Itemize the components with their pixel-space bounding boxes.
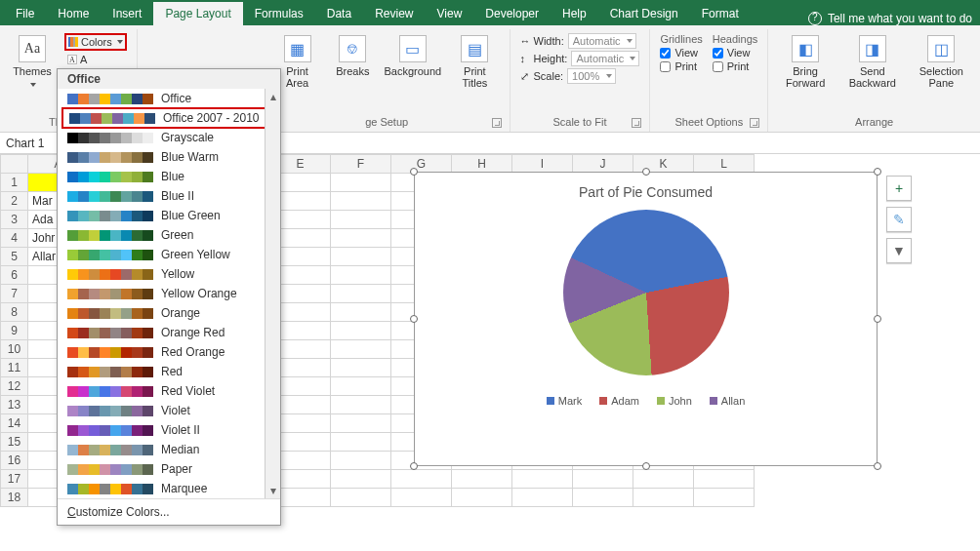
customize-colors-item[interactable]: Customize Colors... [58,498,280,525]
background-button[interactable]: ▭Background [385,31,440,81]
cell[interactable] [391,470,452,489]
tab-chart-design[interactable]: Chart Design [598,2,690,25]
color-theme-item[interactable]: Red Violet [58,381,280,401]
cell[interactable] [331,248,391,266]
cell[interactable] [331,414,391,433]
chart-legend[interactable]: MarkAdamJohnAllan [415,395,877,407]
cell[interactable] [331,340,391,359]
cell[interactable] [391,489,452,507]
cell[interactable] [331,211,391,229]
color-theme-item[interactable]: Marquee [58,479,280,498]
tab-home[interactable]: Home [46,2,101,25]
row-header[interactable]: 3 [1,211,28,229]
cell[interactable] [573,489,633,507]
legend-item[interactable]: Mark [547,395,582,407]
col-header[interactable]: L [694,155,755,174]
row-header[interactable]: 18 [1,489,28,507]
cell[interactable] [633,470,694,489]
col-header[interactable]: J [573,155,633,174]
tell-me-box[interactable]: Tell me what you want to do [800,12,980,25]
tab-data[interactable]: Data [315,2,363,25]
resize-handle[interactable] [874,168,881,176]
row-header[interactable]: 10 [1,340,28,359]
col-header[interactable]: H [452,155,512,174]
cell[interactable] [694,489,755,507]
color-theme-item[interactable]: Blue [58,167,280,186]
chart-styles-button[interactable]: ✎ [886,207,912,232]
chart-title[interactable]: Part of Pie Consumed [415,173,877,204]
resize-handle[interactable] [874,462,881,470]
gridlines-view-check[interactable] [660,48,671,59]
cell[interactable] [331,266,391,285]
row-header[interactable]: 9 [1,322,28,340]
bring-forward-button[interactable]: ◧Bring Forward [778,31,833,93]
tab-file[interactable]: File [4,2,46,25]
cell[interactable] [331,452,391,470]
headings-print-check[interactable] [713,61,723,72]
color-theme-item[interactable]: Violet [58,401,280,420]
col-header[interactable]: G [391,155,452,174]
cell[interactable] [331,489,391,507]
row-header[interactable]: 6 [1,266,28,285]
scroll-up-icon[interactable]: ▴ [265,89,280,104]
scale-pct-combo[interactable]: 100% [567,68,616,84]
cell[interactable] [331,433,391,452]
color-theme-item[interactable]: Green [58,225,280,245]
scale-width-combo[interactable]: Automatic [568,33,636,49]
selection-pane-button[interactable]: ◫Selection Pane [913,31,970,93]
color-theme-item[interactable]: Grayscale [58,128,280,147]
col-header[interactable]: F [331,155,391,174]
color-theme-item[interactable]: Paper [58,459,280,479]
cell[interactable] [331,396,391,414]
gridlines-print-check[interactable] [660,61,671,72]
breaks-button[interactable]: ⎊Breaks [330,31,375,81]
tab-review[interactable]: Review [363,2,425,25]
cell[interactable] [331,174,391,192]
tab-help[interactable]: Help [551,2,598,25]
tab-formulas[interactable]: Formulas [243,2,315,25]
row-header[interactable]: 17 [1,470,28,489]
row-header[interactable]: 12 [1,377,28,396]
color-theme-item[interactable]: Yellow Orange [58,284,280,303]
resize-handle[interactable] [410,315,418,323]
chart-elements-button[interactable]: + [886,176,912,201]
color-theme-item[interactable]: Office 2007 - 2010 [61,107,276,129]
send-backward-button[interactable]: ◨Send Backward [842,31,903,93]
cell[interactable] [331,229,391,248]
color-theme-item[interactable]: Median [58,440,280,459]
scroll-down-icon[interactable]: ▾ [265,483,280,498]
cell[interactable] [331,192,391,211]
legend-item[interactable]: John [657,395,692,407]
row-header[interactable]: 5 [1,248,28,266]
fonts-button[interactable]: AA [64,53,127,66]
cell[interactable] [573,470,633,489]
themes-button[interactable]: Aa Themes [10,31,55,93]
color-theme-item[interactable]: Office [58,89,280,108]
cell[interactable] [331,285,391,303]
row-header[interactable]: 14 [1,414,28,433]
colors-button[interactable]: Colors [64,33,127,51]
tab-developer[interactable]: Developer [473,2,551,25]
row-header[interactable]: 1 [1,174,28,192]
color-theme-item[interactable]: Red [58,362,280,381]
chart-object[interactable]: Part of Pie Consumed MarkAdamJohnAllan [414,172,878,466]
color-theme-item[interactable]: Blue Warm [58,147,280,167]
row-header[interactable]: 4 [1,229,28,248]
tab-view[interactable]: View [426,2,474,25]
row-header[interactable]: 16 [1,452,28,470]
tab-page-layout[interactable]: Page Layout [153,2,242,25]
row-header[interactable]: 13 [1,396,28,414]
chart-filters-button[interactable]: ▼ [886,238,912,263]
cell[interactable] [331,470,391,489]
select-all-corner[interactable] [1,155,28,174]
color-theme-item[interactable]: Red Orange [58,342,280,362]
resize-handle[interactable] [642,168,650,176]
resize-handle[interactable] [410,462,418,470]
tab-format[interactable]: Format [690,2,751,25]
cell[interactable] [331,377,391,396]
cell[interactable] [694,470,755,489]
tab-insert[interactable]: Insert [101,2,153,25]
resize-handle[interactable] [642,462,650,470]
color-theme-item[interactable]: Blue Green [58,206,280,225]
cell[interactable] [633,489,694,507]
